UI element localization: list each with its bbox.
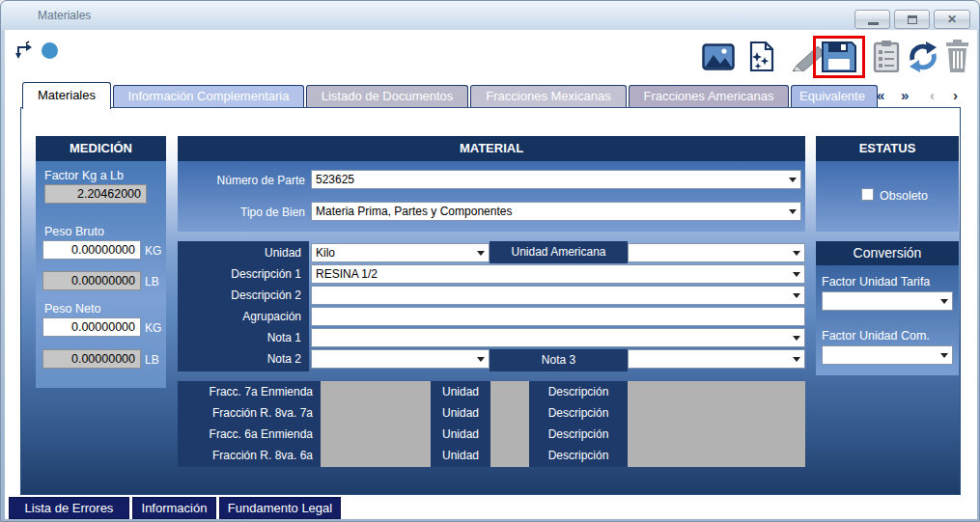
- nota-2-label: Nota 2: [267, 352, 301, 366]
- tab-fracciones-mexicanas[interactable]: Fracciones Mexicanas: [470, 85, 627, 107]
- nota-2-combobox[interactable]: [311, 349, 490, 369]
- descripcion-1-combobox[interactable]: RESINA 1/2: [311, 264, 805, 284]
- window-title: Materiales: [38, 9, 91, 22]
- numero-de-parte-combobox[interactable]: 523625: [311, 170, 801, 189]
- bottom-tab-strip: Lista de Errores Información Fundamento …: [5, 497, 977, 519]
- title-bar[interactable]: [1, 1, 979, 30]
- maximize-button[interactable]: [894, 10, 930, 29]
- fracciones-label-column: Fracc. 7a Enmienda Fracción R. 8va. 7a F…: [178, 381, 321, 467]
- minimize-button[interactable]: [854, 10, 890, 29]
- chevron-down-icon: [477, 357, 485, 362]
- fraccion-r8va-7a-label: Fracción R. 8va. 7a: [212, 406, 313, 420]
- chevron-down-icon: [940, 353, 948, 358]
- chevron-down-icon: [789, 178, 797, 182]
- peso-bruto-kg-field[interactable]: 0.00000000: [42, 240, 141, 260]
- obsoleto-checkbox[interactable]: [861, 188, 874, 201]
- unidad-column-label: Unidad: [431, 445, 490, 466]
- fracc-7a-enmienda-label: Fracc. 7a Enmienda: [210, 385, 313, 398]
- numero-de-parte-label: Número de Parte: [217, 174, 305, 187]
- material-top-panel: Número de Parte 523625 Tipo de Bien Mate…: [178, 161, 805, 232]
- tab-listado-de-documentos[interactable]: Listado de Documentos: [306, 85, 468, 107]
- factor-unidad-tarifa-combobox[interactable]: [822, 291, 953, 311]
- tab-scroll-next-icon[interactable]: ›: [953, 87, 958, 104]
- peso-bruto-lb-field: 0.00000000: [42, 271, 141, 290]
- clipboard-icon[interactable]: [873, 40, 900, 72]
- save-floppy-icon: [820, 40, 858, 74]
- chevron-down-icon: [793, 272, 800, 277]
- agrupacion-label: Agrupación: [242, 310, 301, 323]
- descripcion-column-label: Descripción: [529, 402, 628, 424]
- tab-equivalente[interactable]: Equivalente: [791, 85, 878, 107]
- fracciones-descripcion-column: Descripción Descripción Descripción Desc…: [529, 381, 628, 467]
- bottom-tab-fundamento-legal[interactable]: Fundamento Legal: [219, 497, 341, 519]
- chevron-down-icon: [793, 293, 800, 298]
- chevron-down-icon: [477, 251, 485, 256]
- nota-3-label: Nota 3: [490, 349, 628, 371]
- nota-1-combobox[interactable]: [311, 328, 805, 347]
- refresh-icon[interactable]: [907, 41, 939, 72]
- tab-scroll-first-icon[interactable]: «: [877, 87, 884, 104]
- agrupacion-input[interactable]: [311, 307, 805, 326]
- unidad-combobox[interactable]: Kilo: [311, 243, 490, 262]
- kg-suffix: KG: [145, 244, 161, 258]
- save-button[interactable]: [813, 36, 865, 78]
- fraccion-descripcion-value-column: [628, 381, 805, 467]
- estatus-panel: Obsoleto: [816, 161, 959, 232]
- conversion-panel: Factor Unidad Tarifa Factor Unidad Com.: [816, 265, 959, 375]
- peso-neto-lb-field: 0.00000000: [42, 349, 141, 369]
- peso-neto-kg-field[interactable]: 0.00000000: [42, 317, 141, 337]
- flow-arrows-icon[interactable]: [14, 41, 34, 60]
- chevron-down-icon: [793, 357, 800, 362]
- lb-suffix: LB: [145, 353, 159, 367]
- tipo-de-bien-combobox[interactable]: Materia Prima, Partes y Componentes: [311, 202, 801, 221]
- close-button[interactable]: ✕: [934, 10, 970, 29]
- tab-fracciones-americanas[interactable]: Fracciones Americanas: [629, 85, 789, 107]
- new-document-icon[interactable]: [748, 41, 775, 72]
- factor-kg-lb-label: Factor Kg a Lb: [44, 169, 124, 182]
- factor-unidad-tarifa-label: Factor Unidad Tarifa: [822, 275, 930, 288]
- minimize-icon: [868, 22, 879, 25]
- bottom-tab-informacion[interactable]: Información: [132, 497, 216, 519]
- lb-suffix: LB: [145, 275, 159, 288]
- record-dot-icon[interactable]: [42, 42, 58, 59]
- descripcion-1-label: Descripción 1: [231, 267, 301, 281]
- fraccion-unidad-value-column: [490, 381, 529, 467]
- medicion-panel: Factor Kg a Lb 2.20462000 Peso Bruto 0.0…: [36, 161, 166, 388]
- picture-icon[interactable]: [702, 43, 735, 70]
- chevron-down-icon: [940, 299, 948, 304]
- tab-scroll-last-icon[interactable]: »: [901, 87, 909, 104]
- bottom-tab-lista-de-errores[interactable]: Lista de Errores: [9, 497, 129, 519]
- tab-informacion-complementaria[interactable]: Información Complementaria: [113, 85, 304, 107]
- descripcion-2-label: Descripción 2: [231, 288, 301, 302]
- fraccion-code-column: [321, 381, 431, 467]
- chevron-down-icon: [789, 209, 797, 214]
- medicion-header: MEDICIÓN: [36, 136, 166, 161]
- window: Materiales ✕: [0, 0, 980, 522]
- descripcion-column-label: Descripción: [529, 445, 628, 466]
- unidad-column-label: Unidad: [431, 402, 490, 424]
- conversion-header: Conversión: [816, 241, 959, 265]
- tab-scroll-prev-icon[interactable]: ‹: [930, 87, 935, 104]
- chevron-down-icon: [793, 251, 800, 256]
- unidad-americana-combobox[interactable]: [628, 243, 805, 262]
- nota-3-combobox[interactable]: [628, 349, 805, 369]
- peso-bruto-label: Peso Bruto: [44, 225, 104, 238]
- trash-icon[interactable]: [945, 40, 969, 72]
- fraccion-r8va-6a-label: Fracción R. 8va. 6a: [212, 449, 313, 462]
- close-icon: ✕: [947, 13, 957, 26]
- unidad-label: Unidad: [265, 246, 301, 260]
- unidad-column-label: Unidad: [431, 381, 490, 402]
- tipo-de-bien-label: Tipo de Bien: [240, 206, 305, 219]
- obsoleto-label: Obsoleto: [880, 189, 928, 203]
- chevron-down-icon: [793, 336, 800, 341]
- client-area: Materiales Información Complementaria Li…: [5, 30, 977, 519]
- materiales-page: MEDICIÓN Factor Kg a Lb 2.20462000 Peso …: [20, 107, 961, 495]
- unidad-column-label: Unidad: [431, 424, 490, 445]
- unidad-americana-label: Unidad Americana: [490, 241, 628, 263]
- factor-unidad-com-combobox[interactable]: [822, 345, 953, 365]
- tab-materiales[interactable]: Materiales: [22, 82, 111, 109]
- restore-icon: [908, 15, 917, 24]
- nota-1-label: Nota 1: [267, 331, 301, 344]
- descripcion-2-combobox[interactable]: [311, 286, 805, 305]
- material-header: MATERIAL: [178, 136, 805, 161]
